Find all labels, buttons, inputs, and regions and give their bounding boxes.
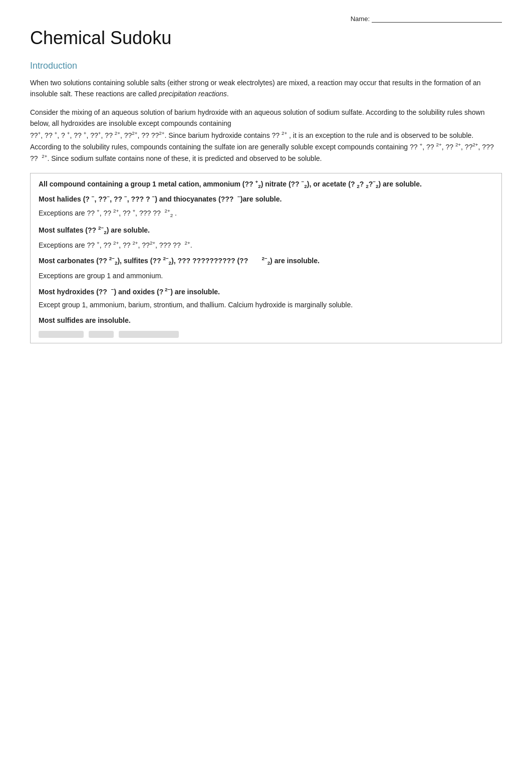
italic-text: precipitation reactions: [159, 90, 227, 98]
blurred-bar: [39, 331, 493, 338]
rule-3-exception: Exceptions are ?? +, ?? 2+, ?? 2+, ??2+,…: [39, 240, 493, 251]
rule-4: Most carbonates (?? 2−2), sulfites (?? 2…: [39, 255, 493, 267]
rule-5: Most hydroxides (?? −) and oxides (? 2−)…: [39, 286, 493, 297]
solubility-rules-box: All compound containing a group 1 metal …: [30, 173, 502, 344]
paragraph-1: When two solutions containing soluble sa…: [30, 77, 502, 100]
rule-1: All compound containing a group 1 metal …: [39, 178, 493, 190]
rule-2: Most halides (? −, ??−, ?? −, ??? ? −) a…: [39, 193, 493, 205]
paragraph-2: Consider the mixing of an aqueous soluti…: [30, 107, 502, 164]
page-title: Chemical Sudoku: [30, 28, 502, 49]
rule-3: Most sulfates (?? 2−2) are soluble.: [39, 225, 493, 237]
blurred-item-3: [119, 331, 179, 338]
blurred-item-2: [89, 331, 114, 338]
rule-6: Most sulfides are insoluble.: [39, 315, 493, 326]
rule-2-exception: Exceptions are ?? +, ?? 2+, ?? +, ??? ??…: [39, 208, 493, 220]
blurred-item-1: [39, 331, 84, 338]
name-field-row: Name:: [30, 15, 502, 23]
name-underline[interactable]: [372, 15, 502, 23]
rule-4-exception: Exceptions are group 1 and ammonium.: [39, 271, 493, 281]
rule-5-exception: Except group 1, ammonium, barium, stront…: [39, 300, 493, 310]
intro-heading: Introduction: [30, 61, 502, 71]
name-label: Name:: [351, 15, 370, 23]
